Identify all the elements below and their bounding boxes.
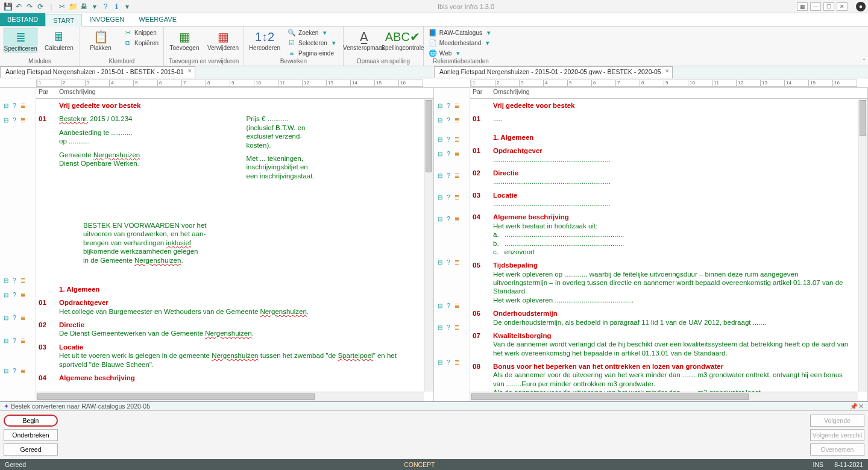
collapse-icon: ⊟: [436, 215, 444, 222]
toggle-icon: ?: [11, 102, 18, 109]
window-maximize-icon[interactable]: ☐: [823, 2, 834, 11]
scrollbar-vertical[interactable]: [858, 99, 867, 392]
pane-right: ⊟?≣ ⊟?≣ ⊟?≣ ⊟?≣ ⊟?≣ ⊟?≣ ⊟?≣ ⊟?≣ ⊟?≣ ⊟?≣ …: [434, 88, 868, 401]
close-icon[interactable]: ✕: [665, 68, 670, 74]
vensteropmaak-button[interactable]: A̲ Vensteropmaak: [347, 28, 381, 51]
col-right-block: Prijs € ........... (inclusief B.T.W. en…: [247, 114, 420, 180]
calculeren-button[interactable]: 🖩 Calculeren: [42, 28, 76, 51]
qat-help-icon[interactable]: ?: [101, 2, 110, 11]
qat-print-icon[interactable]: 🖶: [80, 2, 88, 11]
rawcatalogus-button[interactable]: 📘RAW-Catalogus▾: [427, 28, 494, 37]
zoeken-button[interactable]: 🔍Zoeken▾: [286, 28, 339, 37]
gutter-row[interactable]: ⊟?≣: [434, 116, 470, 124]
qat-folder-icon[interactable]: 📁: [69, 2, 77, 11]
onderbreken-button[interactable]: Onderbreken: [4, 429, 58, 441]
qat-more-icon[interactable]: ▾: [123, 2, 131, 11]
gutter-row[interactable]: ⊟?≣: [0, 276, 36, 284]
gereed-button[interactable]: Gereed: [4, 443, 58, 456]
tab-invoegen[interactable]: INVOEGEN: [82, 13, 131, 26]
specificeren-icon: ≣: [12, 30, 29, 45]
close-icon[interactable]: ✕: [857, 403, 864, 410]
knippen-button[interactable]: ✂Knippen: [122, 28, 160, 37]
toevoegen-button[interactable]: ▦ Toevoegen: [168, 28, 201, 51]
ribbon: ≣ Specificeren 🖩 Calculeren Modules 📋 Pl…: [0, 27, 868, 66]
outline-gutter-left: ⊟?≣ ⊟?≣ ⊟?≣ ⊟?≣ ⊟?≣ ⊟?≣ ⊟?≣: [0, 88, 36, 401]
ribbon-collapse-icon[interactable]: ˄: [863, 58, 866, 64]
par-num: 04: [473, 213, 493, 256]
gutter-row[interactable]: ⊟?≣: [434, 193, 470, 201]
window-minimize-icon[interactable]: —: [810, 2, 821, 11]
hercoderen-button[interactable]: 1↕2 Hercoderen: [248, 28, 281, 51]
list-icon: ≣: [453, 172, 461, 179]
kopieren-button[interactable]: ⧉Kopiëren: [122, 38, 160, 48]
qat-cut-icon[interactable]: ✂: [58, 2, 66, 11]
gutter-row[interactable]: ⊟?≣: [434, 171, 470, 180]
volgende-verschil-button[interactable]: Volgende verschil: [810, 429, 864, 441]
doc-tab-left[interactable]: Aanleg Fietspad Nergenshuizen - 2015-01 …: [0, 66, 195, 78]
qat-refresh-icon[interactable]: ⟳: [36, 2, 45, 11]
gutter-row[interactable]: ⊟?≣: [434, 258, 470, 266]
moederbestand-button[interactable]: 📄Moederbestand▾: [427, 38, 494, 48]
spellingcontrole-button[interactable]: ABC✔ Spellingcontrole: [386, 28, 420, 51]
qat-save-icon[interactable]: 💾: [4, 2, 12, 11]
verwijderen-button[interactable]: ▦ Verwijderen: [206, 28, 240, 51]
gutter-row[interactable]: ⊟?≣: [434, 135, 470, 143]
par-num: 06: [473, 309, 493, 327]
met-text: Met ... tekeningen, inschrijvingsbiljet …: [247, 154, 420, 180]
gutter-row[interactable]: ⊟?≣: [0, 336, 36, 345]
scrollbar-vertical[interactable]: [424, 99, 433, 392]
toggle-icon: ?: [445, 215, 452, 222]
doc-body-right[interactable]: Vrij gedeelte voor bestek 01..... 1. Alg…: [470, 99, 858, 392]
dienst-text: Dienst Openbare Werken.: [59, 160, 139, 167]
scrollbar-thumb[interactable]: [37, 393, 315, 400]
ruler-left[interactable]: 12345678910111213141516: [36, 80, 423, 87]
scrollbar-thumb[interactable]: [860, 100, 866, 136]
paste-icon: 📋: [92, 29, 109, 45]
conversion-panel-header: ✦ Bestek converteren naar RAW-catalogus …: [0, 402, 868, 411]
gutter-row[interactable]: ⊟?≣: [0, 313, 36, 322]
specificeren-button[interactable]: ≣ Specificeren: [4, 28, 37, 52]
gutter-row[interactable]: ⊟?≣: [434, 301, 470, 310]
plakken-button[interactable]: 📋 Plakken: [84, 28, 118, 51]
qat-undo-icon[interactable]: ↶: [14, 2, 23, 11]
begin-button[interactable]: Begin: [4, 415, 58, 427]
qat-dropdown-icon[interactable]: ▾: [90, 2, 99, 11]
opmaak-group-label: Opmaak en spelling: [347, 58, 420, 65]
window-layout-icon[interactable]: ▦: [797, 2, 808, 11]
bestek-voorwaarden: BESTEK EN VOORWAARDEN voor het uitvoeren…: [59, 221, 419, 265]
qat-redo-icon[interactable]: ↷: [25, 2, 34, 11]
gutter-row[interactable]: ⊟?≣: [434, 215, 470, 223]
scrollbar-horizontal[interactable]: [470, 392, 858, 401]
gutter-row[interactable]: ⊟?≣: [434, 323, 470, 331]
gutter-row[interactable]: ⊟?≣: [434, 101, 470, 110]
gutter-row[interactable]: ⊟?≣: [0, 366, 36, 375]
tab-start[interactable]: START: [45, 14, 82, 27]
overnemen-button[interactable]: Overnemen: [810, 443, 864, 456]
gutter-row[interactable]: ⊟?≣: [0, 101, 36, 110]
doc-tab-right[interactable]: Aanleg Fietspad Nergenshuizen - 2015-01 …: [434, 66, 673, 78]
qat-info-icon[interactable]: ℹ: [112, 2, 121, 11]
volgende-button[interactable]: Volgende: [810, 415, 864, 427]
tab-bestand[interactable]: BESTAND: [0, 13, 45, 26]
pin-icon[interactable]: 📌: [850, 403, 857, 410]
paginaeinde-button[interactable]: ≡Pagina-einde: [286, 48, 339, 58]
gutter-row[interactable]: ⊟?≣: [0, 116, 36, 124]
doc-body-left[interactable]: Vrij gedeelte voor bestek 01 Besteknr. 2…: [36, 99, 424, 392]
add-icon: ▦: [176, 29, 193, 45]
collapse-icon: ⊟: [436, 102, 444, 109]
scrollbar-thumb[interactable]: [471, 393, 749, 400]
gutter-row[interactable]: ⊟?≣: [434, 358, 470, 366]
tab-weergave[interactable]: WEERGAVE: [131, 13, 184, 26]
window-close-icon[interactable]: ✕: [837, 2, 848, 11]
web-button[interactable]: 🌐Web▾: [427, 48, 494, 58]
user-avatar-icon[interactable]: ●: [856, 2, 866, 11]
toggle-icon: ?: [11, 314, 18, 321]
section-title: Directie: [493, 169, 518, 177]
gutter-row[interactable]: ⊟?≣: [0, 290, 36, 299]
ruler-right[interactable]: 12345678910111213141516: [470, 80, 857, 87]
scrollbar-horizontal[interactable]: [36, 392, 424, 401]
gutter-row[interactable]: ⊟?≣: [434, 149, 470, 158]
close-icon[interactable]: ✕: [187, 68, 192, 74]
selecteren-button[interactable]: ☑Selecteren▾: [286, 38, 339, 48]
scrollbar-thumb[interactable]: [426, 100, 432, 172]
